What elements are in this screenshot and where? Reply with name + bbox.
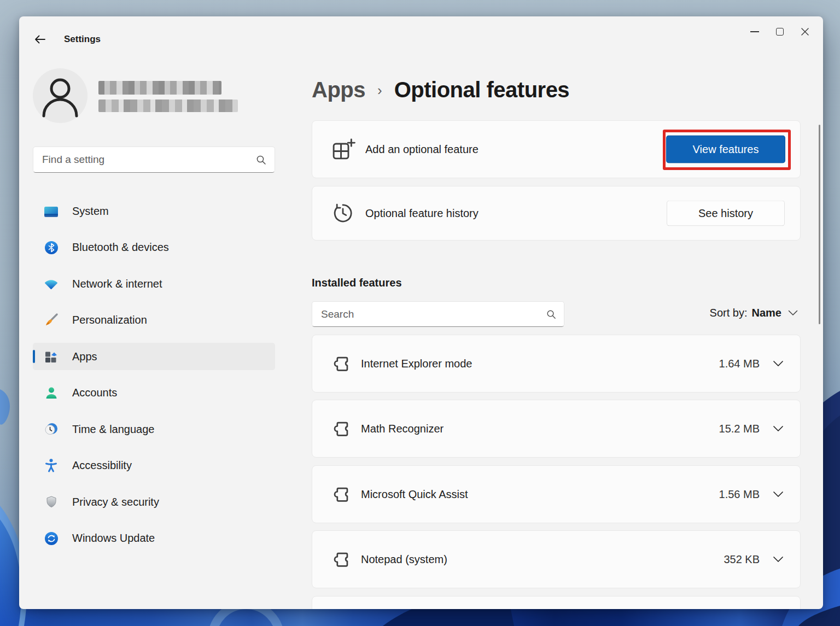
- sidebar-item-accessibility[interactable]: Accessibility: [33, 452, 275, 479]
- see-history-button[interactable]: See history: [667, 201, 785, 226]
- puzzle-piece-icon: [331, 484, 351, 504]
- apps-icon: [44, 349, 59, 364]
- feature-row-math-recognizer[interactable]: Math Recognizer 15.2 MB: [312, 400, 801, 458]
- feature-row-notepad-system[interactable]: Notepad (system) 352 KB: [312, 530, 801, 588]
- search-icon: [255, 154, 267, 166]
- installed-features-heading: Installed features: [312, 277, 402, 289]
- back-button[interactable]: [31, 31, 49, 48]
- puzzle-piece-icon: [331, 419, 351, 438]
- person-icon: [33, 68, 88, 123]
- system-icon: [44, 204, 59, 219]
- accounts-icon: [44, 385, 59, 400]
- breadcrumb: Apps › Optional features: [312, 78, 569, 102]
- feature-size: 1.64 MB: [719, 358, 760, 370]
- features-search-input[interactable]: [312, 308, 546, 320]
- avatar[interactable]: [33, 68, 88, 123]
- page-title: Optional features: [394, 78, 569, 102]
- minimize-button[interactable]: [742, 22, 767, 42]
- add-feature-label: Add an optional feature: [365, 143, 479, 156]
- features-searchbox[interactable]: [312, 301, 564, 327]
- feature-name: Internet Explorer mode: [361, 358, 472, 370]
- selected-indicator: [33, 350, 35, 363]
- sidebar-item-accounts[interactable]: Accounts: [33, 379, 275, 407]
- puzzle-piece-icon: [331, 549, 351, 569]
- user-email-redacted: [98, 100, 238, 112]
- sidebar-item-windows-update[interactable]: Windows Update: [33, 525, 275, 552]
- find-setting-input[interactable]: [33, 154, 255, 166]
- sidebar-item-time-language[interactable]: Time & language: [33, 416, 275, 443]
- sidebar-item-personalization[interactable]: Personalization: [33, 307, 275, 334]
- history-icon: [330, 201, 355, 225]
- sidebar-item-privacy-security[interactable]: Privacy & security: [33, 488, 275, 516]
- breadcrumb-apps[interactable]: Apps: [312, 78, 365, 102]
- sidebar-item-network-internet[interactable]: Network & internet: [33, 270, 275, 297]
- sort-label: Sort by:: [710, 307, 748, 319]
- expand-chevron-icon[interactable]: [773, 491, 784, 498]
- search-icon: [546, 309, 557, 320]
- history-label: Optional feature history: [365, 207, 479, 220]
- sidebar-item-apps[interactable]: Apps: [33, 343, 275, 370]
- bluetooth-icon: [44, 240, 59, 255]
- settings-window: Settings: [19, 16, 823, 609]
- time-language-icon: [44, 422, 59, 437]
- user-name-redacted: [98, 81, 221, 95]
- feature-row-microsoft-quick-assist[interactable]: Microsoft Quick Assist 1.56 MB: [312, 465, 801, 523]
- maximize-icon: [776, 28, 784, 36]
- scrollbar-thumb[interactable]: [819, 125, 820, 324]
- sidebar-item-system[interactable]: System: [33, 197, 275, 225]
- feature-name: Math Recognizer: [361, 423, 444, 435]
- close-button[interactable]: [792, 22, 818, 42]
- privacy-icon: [44, 495, 59, 510]
- optional-feature-history-row: Optional feature history See history: [312, 186, 801, 241]
- find-setting-searchbox[interactable]: [33, 147, 275, 173]
- personalization-icon: [44, 313, 59, 327]
- feature-name: Microsoft Quick Assist: [361, 488, 468, 501]
- feature-size: 352 KB: [724, 553, 760, 566]
- breadcrumb-chevron-icon: ›: [377, 82, 382, 99]
- sidebar-nav: System Bluetooth & devices Network: [33, 197, 275, 561]
- puzzle-piece-icon: [331, 354, 351, 373]
- network-icon: [44, 277, 59, 291]
- feature-name: Notepad (system): [361, 553, 447, 566]
- window-controls: [742, 22, 818, 42]
- back-arrow-icon: [33, 33, 46, 46]
- accessibility-icon: [44, 458, 59, 473]
- feature-row-internet-explorer-mode[interactable]: Internet Explorer mode 1.64 MB: [312, 335, 801, 393]
- expand-chevron-icon[interactable]: [773, 556, 784, 563]
- window-title: Settings: [64, 34, 101, 45]
- sidebar-item-bluetooth-devices[interactable]: Bluetooth & devices: [33, 234, 275, 261]
- expand-chevron-icon[interactable]: [773, 360, 784, 367]
- close-icon: [801, 27, 809, 36]
- expand-chevron-icon[interactable]: [773, 425, 784, 432]
- red-highlight-annotation: [663, 130, 791, 170]
- sort-dropdown[interactable]: Sort by: Name: [710, 307, 798, 319]
- add-feature-icon: [330, 137, 355, 162]
- sort-value: Name: [752, 307, 781, 319]
- feature-size: 15.2 MB: [719, 423, 760, 435]
- chevron-down-icon: [788, 310, 798, 316]
- feature-row-partial[interactable]: [312, 596, 801, 609]
- windows-update-icon: [44, 531, 59, 546]
- feature-size: 1.56 MB: [719, 488, 760, 501]
- maximize-button[interactable]: [767, 22, 792, 42]
- minimize-icon: [750, 31, 759, 32]
